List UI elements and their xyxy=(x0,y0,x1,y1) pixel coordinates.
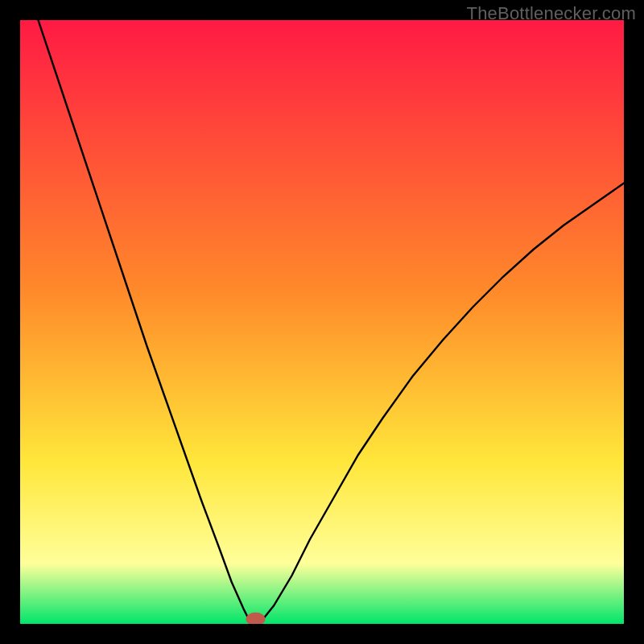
gradient-background xyxy=(20,20,624,624)
plot-area xyxy=(20,20,624,624)
chart-frame: TheBottlenecker.com xyxy=(0,0,644,644)
chart-svg xyxy=(20,20,624,624)
watermark-text: TheBottlenecker.com xyxy=(467,3,636,24)
